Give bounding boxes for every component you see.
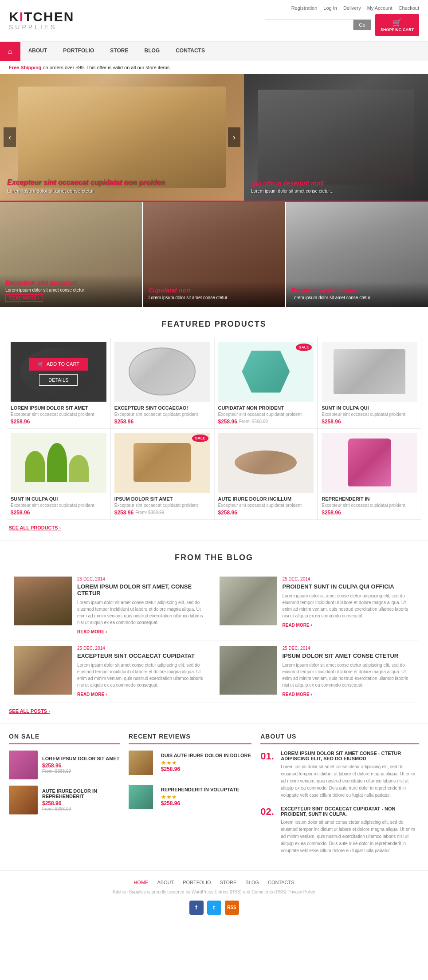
about-num-1: 01. <box>260 751 276 799</box>
product-item-5[interactable]: SUNT IN CULPA QUI Excepteur sint occaeca… <box>7 429 110 520</box>
blog-grid: 25 DEC, 2014 LOREM IPSUM DOLOR SIT AMET,… <box>0 571 428 703</box>
product-img-6 <box>114 433 210 493</box>
footer-copy: Kitchen Supplies is proudly powered by W… <box>9 889 419 894</box>
about-title: ABOUT US <box>260 733 419 744</box>
delivery-link[interactable]: Delivery <box>343 5 361 11</box>
product-item-3[interactable]: SALE CUPIDATAT NON PROIDENT Excepteur si… <box>214 338 318 429</box>
product-desc-8: Excepteur sint occaecat cupidatat proide… <box>322 503 417 508</box>
footer-store[interactable]: STORE <box>220 880 237 885</box>
blog-item-1: 25 DEC, 2014 LOREM IPSUM DOLOR SIT AMET,… <box>9 571 214 640</box>
cart-icon-small: 🛒 <box>38 361 44 367</box>
hero-arrow-right[interactable]: › <box>228 127 240 147</box>
registration-link[interactable]: Registration <box>291 5 318 11</box>
blog-text-3: Lorem ipsum dolor sit amet conse ctetur … <box>77 662 209 688</box>
bottom-section: ON SALE LOREM IPSUM DOLOR SIT AMET $258.… <box>0 723 428 870</box>
blog-date-3: 25 DEC, 2014 <box>77 646 209 651</box>
hero-arrow-left[interactable]: ‹ <box>4 127 16 147</box>
nav-blog[interactable]: BLOG <box>136 42 168 61</box>
product-info-3: CUPIDATAT NON PROIDENT Excepteur sint oc… <box>218 402 314 425</box>
login-link[interactable]: Log In <box>323 5 337 11</box>
header-search: Go <box>265 20 371 30</box>
thumb-desc-3: Lorem ipsum dolor sit amet conse ctetur <box>291 295 423 300</box>
cart-button[interactable]: 🛒 SHOPPING CART <box>375 14 419 36</box>
search-input[interactable] <box>265 20 353 30</box>
blog-item-3: 25 DEC, 2014 EXCEPTEUR SINT OCCAECAT CUP… <box>9 640 214 703</box>
hero-caption-right: Qui officia deserunt moll Lorem ipsum do… <box>251 180 421 194</box>
facebook-icon[interactable]: f <box>189 901 204 915</box>
footer-home[interactable]: HOME <box>134 880 148 885</box>
nav-home[interactable]: ⌂ <box>0 42 20 61</box>
nav-about[interactable]: ABOUT <box>20 42 55 61</box>
product-desc-2: Excepteur sint occaecat cupidatat proide… <box>114 412 210 417</box>
cart-icon: 🛒 <box>381 18 414 28</box>
about-heading-1: LOREM IPSUM DOLOR SIT AMET CONSE - CTETU… <box>281 751 419 761</box>
product-name-6: IPSUM DOLOR SIT AMET <box>114 496 210 502</box>
about-content-1: LOREM IPSUM DOLOR SIT AMET CONSE - CTETU… <box>281 751 419 799</box>
footer-about[interactable]: ABOUT <box>157 880 174 885</box>
reviews-col: RECENT REVIEWS DUIS AUTE IRURE DOLOR IN … <box>129 733 252 861</box>
details-button-1[interactable]: DETAILS <box>39 374 78 386</box>
product-price-8: $258.96 <box>322 510 417 516</box>
product-price-2: $258.96 <box>114 419 210 425</box>
product-item-1[interactable]: 🛒 ADD TO CART DETAILS LOREM IPSUM DOLOR … <box>7 338 110 429</box>
product-img-4 <box>322 342 417 402</box>
product-desc-1: Excepteur sint occaecat cupidatat proide… <box>11 412 106 417</box>
nav-contacts[interactable]: CONTACTS <box>168 42 213 61</box>
nav-store[interactable]: STORE <box>102 42 136 61</box>
blog-post-title-3: EXCEPTEUR SINT OCCAECAT CUPIDATAT <box>77 652 209 659</box>
product-item-7[interactable]: AUTE IRURE DOLOR INCILLUM Excepteur sint… <box>214 429 318 520</box>
hero-desc-right: Lorem ipsum dolor sit amet conse ctetur.… <box>251 189 421 194</box>
about-num-2: 02. <box>260 806 276 854</box>
reviews-title: RECENT REVIEWS <box>129 733 252 744</box>
thumb-readmore-1[interactable]: READ MORE › <box>5 294 43 302</box>
blog-content-1: 25 DEC, 2014 LOREM IPSUM DOLOR SIT AMET,… <box>77 577 209 635</box>
thumb-item-3[interactable]: Proident sunt in culpa Lorem ipsum dolor… <box>285 202 428 307</box>
review-item-2: REPREHENDERIT IN VOLUPTATE ★★★ $258.96 <box>129 785 252 812</box>
thumb-title-1: Excepteur sint occaecat <box>5 279 137 286</box>
sale-product-old-1: From: $368.99 <box>42 769 119 774</box>
product-desc-6: Excepteur sint occaecat cupidatat proide… <box>114 503 210 508</box>
product-img-5 <box>11 433 106 493</box>
product-name-1: LOREM IPSUM DOLOR SIT AMET <box>11 405 106 411</box>
blog-readmore-4[interactable]: READ MORE › <box>283 692 312 697</box>
search-button[interactable]: Go <box>353 20 371 30</box>
add-to-cart-button-1[interactable]: 🛒 ADD TO CART <box>29 358 88 371</box>
see-all-posts[interactable]: SEE ALL POSTS › <box>0 703 59 719</box>
product-name-7: AUTE IRURE DOLOR INCILLUM <box>218 496 314 502</box>
thumb-item-2[interactable]: Cupidatat non Lorem ipsum dolor sit amet… <box>142 202 285 307</box>
footer: HOME ABOUT PORTFOLIO STORE BLOG CONTACTS… <box>0 870 428 924</box>
my-account-link[interactable]: My Account <box>367 5 393 11</box>
footer-portfolio[interactable]: PORTFOLIO <box>183 880 211 885</box>
product-item-4[interactable]: SUNT IN CULPA QUI Excepteur sint occaeca… <box>318 338 421 429</box>
nav-portfolio[interactable]: PORTFOLIO <box>55 42 102 61</box>
logo-supplies: SUPPLIES <box>9 24 74 31</box>
thumb-title-2: Cupidatat non <box>149 287 280 294</box>
twitter-icon[interactable]: t <box>207 901 221 915</box>
footer-blog[interactable]: BLOG <box>245 880 259 885</box>
logo-i: I <box>20 9 24 24</box>
sale-item-2[interactable]: AUTE IRURE DOLOR IN REPREHENDERIT $258.9… <box>9 786 120 814</box>
hero-caption-left: Excepteur sint occaecat cupidatat non pr… <box>7 178 217 194</box>
blog-text-4: Lorem ipsum dolor sit amet conse ctetur … <box>283 662 414 688</box>
checkout-link[interactable]: Checkout <box>399 5 419 11</box>
thumb-desc-1: Lorem ipsum dolor sit amet conse ctetur <box>5 288 137 292</box>
product-item-2[interactable]: EXCEPTEUR SINT OCCAECAO! Excepteur sint … <box>110 338 214 429</box>
hero-slider: ‹ › Excepteur sint occaecat cupidatat no… <box>0 74 428 201</box>
see-all-products[interactable]: SEE ALL PRODUCTS › <box>0 520 70 536</box>
sale-product-name-1: LOREM IPSUM DOLOR SIT AMET <box>42 756 119 761</box>
blog-readmore-3[interactable]: READ MORE › <box>77 692 107 697</box>
sale-product-name-2: AUTE IRURE DOLOR IN REPREHENDERIT <box>42 788 120 799</box>
footer-contacts[interactable]: CONTACTS <box>268 880 294 885</box>
product-name-3: CUPIDATAT NON PROIDENT <box>218 405 314 411</box>
sale-img-1 <box>9 751 38 779</box>
product-item-8[interactable]: REPREHENDERIT IN Excepteur sint occaecat… <box>318 429 421 520</box>
rss-icon[interactable]: RSS <box>225 901 239 915</box>
product-item-6[interactable]: SALE IPSUM DOLOR SIT AMET Excepteur sint… <box>110 429 214 520</box>
product-info-1: LOREM IPSUM DOLOR SIT AMET Excepteur sin… <box>11 402 106 425</box>
blog-readmore-1[interactable]: READ MORE › <box>77 629 107 634</box>
thumb-item-1[interactable]: Excepteur sint occaecat Lorem ipsum dolo… <box>0 202 142 307</box>
sale-img-2 <box>9 786 38 814</box>
sale-item-1[interactable]: LOREM IPSUM DOLOR SIT AMET $258.96 From:… <box>9 751 120 779</box>
product-desc-7: Excepteur sint occaecat cupidatat proide… <box>218 503 314 508</box>
blog-readmore-2[interactable]: READ MORE › <box>283 623 312 628</box>
